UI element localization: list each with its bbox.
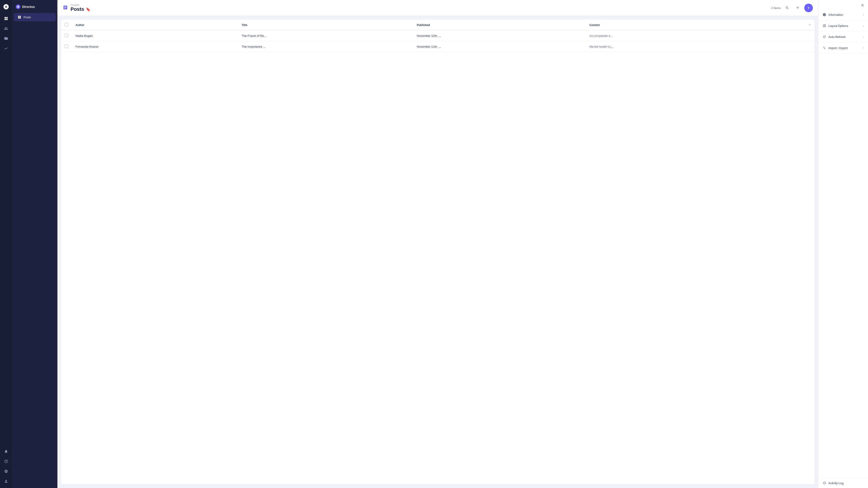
information-chevron: ›	[863, 13, 864, 16]
brand-icon	[16, 4, 20, 9]
posts-table: Author Title Published Content ＋ Nadia B…	[61, 20, 815, 52]
activity-log-label: Activity Log	[829, 482, 843, 485]
row-2-published: November 11th, ...	[413, 41, 586, 52]
sidebar-item-posts[interactable]: Posts	[14, 13, 56, 21]
panel-item-import-export[interactable]: Import / Export ›	[818, 42, 868, 54]
table-container: Author Title Published Content ＋ Nadia B…	[61, 20, 815, 484]
row-2-title: The Importance ...	[238, 41, 413, 52]
app-logo[interactable]	[2, 3, 10, 11]
items-count: 2 Items	[771, 6, 781, 10]
search-button[interactable]	[783, 4, 791, 12]
panel-item-information[interactable]: Information ›	[818, 9, 868, 20]
row-1-checkbox-cell[interactable]	[61, 31, 72, 41]
row-2-checkbox[interactable]	[65, 44, 68, 48]
select-all-header[interactable]	[61, 20, 72, 31]
posts-header-icon	[63, 5, 68, 11]
panel-item-auto-refresh[interactable]: Auto Refresh ›	[818, 31, 868, 42]
main-header: Content Posts 🔖 2 Items +	[57, 0, 818, 16]
row-1-extra	[760, 31, 815, 41]
panel-close-bar: ✕	[818, 0, 868, 9]
nav-icon-files[interactable]	[2, 34, 10, 42]
nav-icon-content[interactable]	[2, 14, 10, 23]
sidebar-item-posts-label: Posts	[24, 15, 31, 19]
activity-log-icon	[823, 481, 826, 485]
header-right: 2 Items +	[771, 4, 813, 12]
content-header: Content	[586, 20, 760, 31]
bookmark-icon[interactable]: 🔖	[86, 7, 90, 11]
row-2-extra	[760, 41, 815, 52]
main-content: Content Posts 🔖 2 Items +	[57, 0, 818, 488]
author-header: Author	[72, 20, 238, 31]
select-all-checkbox[interactable]	[65, 23, 68, 26]
right-panel: ✕ Information › Layout Options › Auto Re…	[818, 0, 868, 488]
import-export-label: Import / Export	[829, 46, 848, 50]
svg-rect-3	[6, 19, 8, 20]
table-header-row: Author Title Published Content ＋	[61, 20, 815, 31]
svg-rect-2	[4, 19, 6, 20]
nav-bar	[0, 0, 12, 488]
published-header: Published	[413, 20, 586, 31]
layout-options-chevron: ›	[863, 24, 864, 27]
row-1-title: The Future of Re...	[238, 31, 413, 41]
nav-icon-help[interactable]	[2, 457, 10, 465]
auto-refresh-chevron: ›	[863, 35, 864, 38]
table-row[interactable]: Fernanda Alvarez The Importance ... Nove…	[61, 41, 815, 52]
auto-refresh-label: Auto Refresh	[829, 35, 846, 39]
table-row[interactable]: Nadia Bogart The Future of Re... Novembe…	[61, 31, 815, 41]
refresh-icon	[823, 35, 826, 39]
add-column-icon[interactable]: ＋	[808, 23, 811, 27]
svg-rect-0	[4, 17, 6, 18]
nav-icon-notifications[interactable]	[2, 447, 10, 455]
activity-log-item[interactable]: Activity Log	[818, 478, 868, 488]
layout-options-label: Layout Options	[829, 24, 848, 28]
row-1-published: November 12th, ...	[413, 31, 586, 41]
posts-icon	[18, 15, 21, 19]
import-export-icon	[823, 46, 826, 50]
svg-rect-1	[6, 17, 8, 18]
nav-icon-profile[interactable]	[2, 477, 10, 485]
page-title: Posts 🔖	[70, 6, 90, 12]
panel-item-layout-options[interactable]: Layout Options ›	[818, 20, 868, 31]
title-header: Title	[238, 20, 413, 31]
nav-icon-settings[interactable]	[2, 467, 10, 475]
sidebar: Directus Posts	[12, 0, 57, 488]
close-button[interactable]: ✕	[861, 3, 864, 7]
add-button[interactable]: +	[804, 4, 813, 12]
panel-spacer	[818, 54, 868, 478]
filter-button[interactable]	[794, 4, 802, 12]
row-1-content: As companies e...	[586, 31, 760, 41]
header-left: Content Posts 🔖	[63, 4, 90, 12]
row-2-content: Mental health is j...	[586, 41, 760, 52]
nav-icon-users[interactable]	[2, 24, 10, 33]
nav-icon-insights[interactable]	[2, 44, 10, 53]
row-1-checkbox[interactable]	[65, 34, 68, 37]
info-icon	[823, 13, 826, 17]
row-2-checkbox-cell[interactable]	[61, 41, 72, 52]
brand-name: Directus	[22, 5, 35, 8]
breadcrumb: Content	[70, 4, 90, 6]
information-label: Information	[829, 13, 843, 17]
header-title-section: Content Posts 🔖	[70, 4, 90, 12]
import-export-chevron: ›	[863, 46, 864, 50]
row-1-author: Nadia Bogart	[72, 31, 238, 41]
layout-icon	[823, 24, 826, 28]
add-column-header[interactable]: ＋	[760, 20, 815, 30]
row-2-author: Fernanda Alvarez	[72, 41, 238, 52]
sidebar-brand: Directus	[12, 3, 57, 13]
